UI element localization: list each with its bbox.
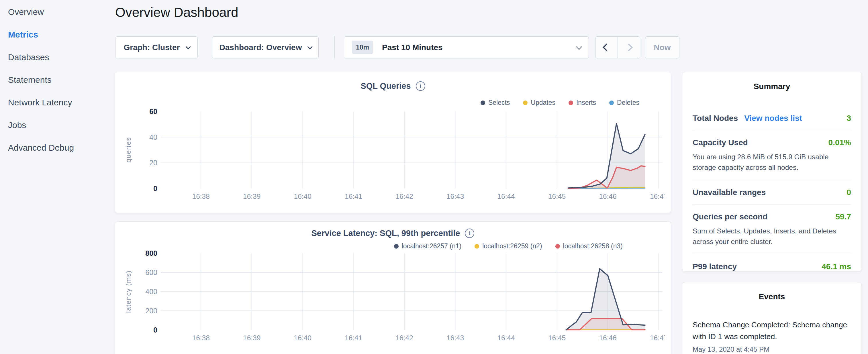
legend-label: localhost:26259 (n2) [482, 242, 542, 250]
x-tick-label: 16:47 [650, 334, 665, 342]
overview-dashboard-page: { "header": { "title": "Overview Dashboa… [0, 0, 868, 354]
y-tick-label: 600 [145, 268, 157, 277]
summary-value: 46.1 ms [822, 262, 851, 271]
x-tick-label: 16:45 [548, 334, 566, 342]
y-tick-label: 0 [153, 185, 157, 192]
event-text: Schema Change Completed: Schema change w… [693, 319, 851, 343]
y-axis-label: queries [124, 137, 132, 162]
page-title: Overview Dashboard [115, 5, 239, 20]
legend-item-deletes[interactable]: Deletes [609, 99, 639, 106]
legend-dot [474, 244, 479, 249]
summary-label: Total Nodes [693, 114, 738, 123]
y-tick-label: 40 [149, 133, 157, 141]
sidebar-item-statements[interactable]: Statements [0, 68, 115, 91]
chart-title: Service Latency: SQL, 99th percentile [311, 229, 460, 238]
x-tick-label: 16:41 [345, 192, 362, 200]
sidebar-item-overview[interactable]: Overview [0, 1, 115, 23]
y-tick-label: 0 [153, 326, 157, 334]
summary-row-head: Unavailable ranges0 [693, 188, 851, 197]
legend-item-updates[interactable]: Updates [523, 99, 555, 106]
events-title: Events [682, 292, 861, 301]
sidebar-item-jobs[interactable]: Jobs [0, 114, 115, 136]
x-tick-label: 16:47 [650, 192, 665, 200]
legend-dot [480, 100, 485, 105]
info-icon[interactable]: i [465, 229, 474, 238]
x-tick-label: 16:42 [396, 334, 413, 342]
summary-value: 0.01% [829, 138, 851, 147]
event-item[interactable]: Schema Change Completed: Schema change w… [693, 319, 851, 353]
sidebar-nav: OverviewMetricsDatabasesStatementsNetwor… [0, 0, 115, 159]
legend-dot [609, 100, 614, 105]
graph-select-dropdown[interactable]: Graph: Cluster [115, 36, 198, 58]
summary-description: You are using 28.6 MiB of 515.9 GiB usab… [693, 152, 851, 173]
controls-divider [334, 36, 335, 58]
chart-title: SQL Queries [361, 81, 411, 91]
summary-label: Unavailable ranges [693, 188, 766, 197]
y-tick-label: 800 [145, 250, 157, 257]
summary-row-head: Queries per second59.7 [693, 212, 851, 221]
view-nodes-list-link[interactable]: View nodes list [744, 114, 802, 123]
summary-row-total-nodes: Total NodesView nodes list3 [693, 106, 851, 130]
summary-panel: Summary Total NodesView nodes list3Capac… [682, 72, 862, 271]
x-tick-label: 16:45 [548, 192, 566, 200]
x-tick-label: 16:38 [192, 192, 210, 200]
x-tick-label: 16:39 [243, 192, 260, 200]
x-tick-label: 16:40 [294, 192, 311, 200]
chevron-down-icon [576, 44, 582, 50]
legend-item-inserts[interactable]: Inserts [568, 99, 596, 106]
x-tick-label: 16:46 [599, 192, 616, 200]
legend-label: Deletes [617, 99, 639, 106]
legend-dot [523, 100, 528, 105]
time-window-dropdown[interactable]: 10m Past 10 Minutes [344, 36, 589, 58]
legend-label: localhost:26257 (n1) [402, 242, 461, 250]
prev-time-button[interactable] [595, 37, 618, 58]
legend-item-localhost-26258-n3[interactable]: localhost:26258 (n3) [555, 242, 623, 250]
sql-queries-chart[interactable]: 020406016:3816:3916:4016:4116:4216:4316:… [118, 106, 665, 205]
summary-row-head: Capacity Used0.01% [693, 138, 851, 147]
summary-title: Summary [682, 82, 861, 91]
x-tick-label: 16:44 [497, 334, 515, 342]
x-tick-label: 16:38 [192, 334, 210, 342]
summary-label: Queries per second [693, 212, 767, 221]
summary-row-queries-per-second: Queries per second59.7Sum of Selects, Up… [693, 204, 851, 254]
x-tick-label: 16:42 [396, 192, 413, 200]
dashboard-select-label: Dashboard: Overview [219, 43, 302, 52]
x-tick-label: 16:40 [294, 334, 311, 342]
chart-legend: SelectsUpdatesInsertsDeletes [480, 99, 639, 106]
y-tick-label: 200 [145, 307, 157, 315]
now-button[interactable]: Now [645, 36, 679, 58]
next-time-button[interactable] [618, 37, 640, 58]
legend-dot [394, 244, 399, 249]
legend-item-localhost-26257-n1[interactable]: localhost:26257 (n1) [394, 242, 461, 250]
summary-row-capacity-used: Capacity Used0.01%You are using 28.6 MiB… [693, 130, 851, 180]
chevron-down-icon [185, 44, 191, 49]
x-tick-label: 16:43 [446, 192, 464, 200]
summary-description: Sum of Selects, Updates, Inserts, and De… [693, 226, 851, 247]
summary-row-unavailable-ranges: Unavailable ranges0 [693, 180, 851, 204]
info-icon[interactable]: i [416, 81, 425, 91]
summary-row-p99-latency: P99 latency46.1 ms [693, 254, 851, 279]
time-step-buttons [595, 36, 640, 58]
chevron-right-icon [625, 43, 633, 51]
chart-legend: localhost:26257 (n1)localhost:26259 (n2)… [394, 242, 623, 250]
sidebar-item-network-latency[interactable]: Network Latency [0, 91, 115, 114]
service-latency-chart-card: Service Latency: SQL, 99th percentile i … [115, 221, 671, 354]
legend-dot [555, 244, 560, 249]
dashboard-select-dropdown[interactable]: Dashboard: Overview [212, 36, 319, 58]
sidebar-item-advanced-debug[interactable]: Advanced Debug [0, 136, 115, 159]
legend-dot [568, 100, 573, 105]
x-tick-label: 16:39 [243, 334, 260, 342]
sidebar-item-databases[interactable]: Databases [0, 46, 115, 68]
x-tick-label: 16:44 [497, 192, 515, 200]
x-tick-label: 16:41 [345, 334, 362, 342]
legend-item-localhost-26259-n2[interactable]: localhost:26259 (n2) [474, 242, 542, 250]
summary-value: 0 [846, 188, 851, 197]
legend-label: Inserts [576, 99, 596, 106]
events-panel: Events Schema Change Completed: Schema c… [682, 282, 862, 354]
sidebar-item-metrics[interactable]: Metrics [0, 23, 115, 46]
event-timestamp: May 13, 2020 at 4:45 PM [693, 345, 851, 353]
legend-item-selects[interactable]: Selects [480, 99, 510, 106]
y-axis-label: latency (ms) [124, 270, 132, 313]
service-latency-chart[interactable]: 020040060080016:3816:3916:4016:4116:4216… [118, 250, 665, 345]
summary-label: Capacity Used [693, 138, 748, 147]
